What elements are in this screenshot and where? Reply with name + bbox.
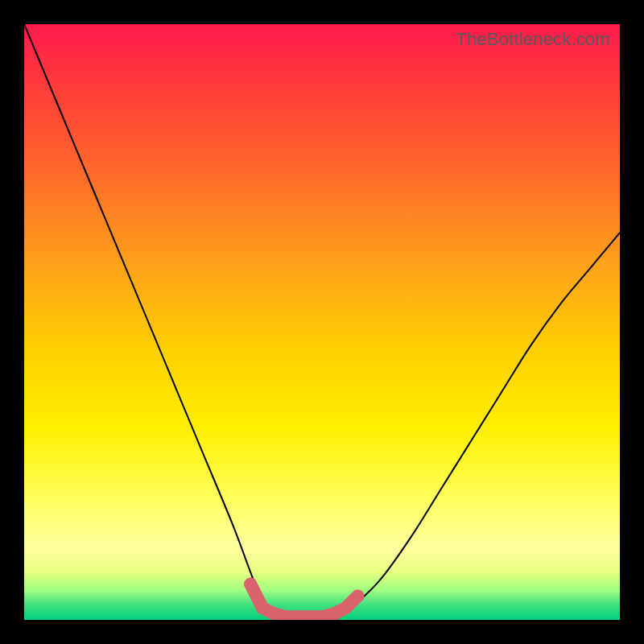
bottleneck-curve	[24, 24, 620, 620]
highlight-dot	[340, 601, 353, 614]
highlight-dot	[244, 578, 257, 591]
highlight-dot	[256, 601, 269, 614]
plot-area: TheBottleneck.com	[24, 24, 620, 620]
highlight-dot	[351, 589, 364, 602]
chart-frame: TheBottleneck.com	[0, 0, 644, 644]
highlight-dot	[328, 608, 341, 620]
highlight-dots	[244, 578, 364, 620]
curve-layer	[24, 24, 620, 620]
highlight-dot	[268, 608, 281, 620]
